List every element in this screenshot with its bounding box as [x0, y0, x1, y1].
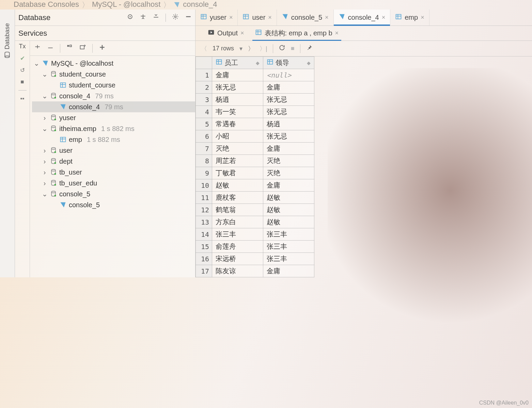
cell[interactable]: 赵敏	[263, 204, 314, 216]
cell[interactable]: 灭绝	[263, 167, 314, 179]
cell[interactable]: 方东白	[212, 216, 263, 228]
row-number-cell[interactable]: 3	[196, 94, 212, 106]
tree-root[interactable]: ⌄MySQL - @localhost	[32, 58, 195, 69]
open-new-tab-icon[interactable]	[79, 44, 86, 52]
cell[interactable]: 宋远桥	[212, 253, 263, 265]
cell[interactable]: 张无忌	[263, 106, 314, 118]
column-header[interactable]: 员工◆	[212, 57, 263, 69]
editor-tab[interactable]: yuser×	[195, 10, 238, 26]
row-number-cell[interactable]: 5	[196, 118, 212, 130]
table-row[interactable]: 7灭绝金庸	[196, 143, 314, 155]
stop-icon[interactable]: ■	[20, 79, 24, 85]
filter-icon[interactable]	[66, 44, 73, 52]
expand-all-icon[interactable]	[34, 44, 41, 52]
gear-icon[interactable]	[172, 13, 179, 22]
row-number-cell[interactable]: 9	[196, 167, 212, 179]
row-number-cell[interactable]: 11	[196, 192, 212, 204]
collapse-all-icon[interactable]	[47, 44, 54, 52]
cell[interactable]: 灭绝	[212, 143, 263, 155]
row-number-cell[interactable]: 10	[196, 179, 212, 192]
cell[interactable]: 杨逍	[263, 118, 314, 130]
cell[interactable]: 丁敏君	[212, 167, 263, 179]
row-number-cell[interactable]: 14	[196, 228, 212, 241]
cell[interactable]: 张无忌	[263, 94, 314, 106]
cell[interactable]: 金庸	[212, 69, 263, 81]
chevron-down-icon[interactable]: ▾	[239, 45, 242, 52]
table-row[interactable]: 8周芷若灭绝	[196, 155, 314, 167]
layout-icon[interactable]: ▪▪	[20, 95, 24, 102]
reload-icon[interactable]	[279, 44, 285, 53]
row-number-cell[interactable]: 4	[196, 106, 212, 118]
row-number-cell[interactable]: 15	[196, 241, 212, 253]
table-row[interactable]: 14张三丰张三丰	[196, 228, 314, 241]
table-row[interactable]: 3杨逍张无忌	[196, 94, 314, 106]
cell[interactable]: 小昭	[212, 130, 263, 143]
add-icon[interactable]	[99, 44, 106, 52]
cell[interactable]: <null>	[263, 69, 314, 81]
cell[interactable]: 韦一笑	[212, 106, 263, 118]
table-row[interactable]: 9丁敏君灭绝	[196, 167, 314, 179]
tree-leaf[interactable]: console_479 ms	[32, 101, 195, 112]
tree-node[interactable]: ›yuser	[32, 112, 195, 123]
cell[interactable]: 杨逍	[212, 94, 263, 106]
breadcrumb-item[interactable]: Database Consoles	[14, 0, 79, 9]
row-number-cell[interactable]: 13	[196, 216, 212, 228]
close-icon[interactable]: ×	[325, 14, 329, 21]
target-icon[interactable]	[127, 13, 134, 22]
collapse-all-icon[interactable]	[153, 13, 159, 22]
sort-icon[interactable]: ◆	[256, 60, 260, 66]
cell[interactable]: 周芷若	[212, 155, 263, 167]
tree-node[interactable]: ›tb_user_edu	[32, 178, 195, 189]
tree-node[interactable]: ›user	[32, 145, 195, 156]
tree-leaf[interactable]: emp1 s 882 ms	[32, 134, 195, 145]
breadcrumb-item[interactable]: console_4	[183, 0, 217, 9]
cell[interactable]: 俞莲舟	[212, 241, 263, 253]
commit-check-icon[interactable]: ✔	[20, 55, 25, 62]
table-row[interactable]: 2张无忌金庸	[196, 81, 314, 94]
tree-node[interactable]: ⌄console_479 ms	[32, 91, 195, 101]
close-icon[interactable]: ×	[268, 14, 272, 21]
row-number-cell[interactable]: 6	[196, 130, 212, 143]
tx-label[interactable]: Tx	[19, 43, 26, 50]
table-row[interactable]: 10赵敏金庸	[196, 179, 314, 192]
row-number-cell[interactable]: 17	[196, 265, 212, 277]
cell[interactable]: 金庸	[263, 143, 314, 155]
cell[interactable]: 金庸	[263, 81, 314, 94]
cell[interactable]: 金庸	[263, 179, 314, 192]
cell[interactable]: 张三丰	[212, 228, 263, 241]
cell[interactable]: 鹿杖客	[212, 192, 263, 204]
editor-tab[interactable]: console_4×	[334, 10, 391, 26]
tree-leaf[interactable]: console_5	[32, 199, 195, 210]
prev-page-icon[interactable]: 〈	[201, 45, 207, 53]
tree-node[interactable]: ⌄console_5	[32, 189, 195, 199]
close-icon[interactable]: ×	[240, 30, 244, 37]
editor-tab[interactable]: console_5×	[277, 10, 334, 26]
cell[interactable]: 张三丰	[263, 241, 314, 253]
cell[interactable]: 常遇春	[212, 118, 263, 130]
table-row[interactable]: 11鹿杖客赵敏	[196, 192, 314, 204]
close-icon[interactable]: ×	[421, 14, 424, 21]
row-number-cell[interactable]: 1	[196, 69, 212, 81]
editor-tab[interactable]: user×	[238, 10, 277, 26]
table-row[interactable]: 4韦一笑张无忌	[196, 106, 314, 118]
row-number-cell[interactable]: 8	[196, 155, 212, 167]
close-icon[interactable]: ×	[382, 14, 386, 21]
pin-icon[interactable]	[306, 44, 313, 53]
column-header[interactable]: 领导◆	[263, 57, 314, 69]
tree-leaf[interactable]: student_course	[32, 80, 195, 91]
table-row[interactable]: 15俞莲舟张三丰	[196, 241, 314, 253]
cell[interactable]: 张三丰	[263, 228, 314, 241]
tree-node[interactable]: ›dept	[32, 156, 195, 167]
row-number-cell[interactable]: 7	[196, 143, 212, 155]
close-icon[interactable]: ×	[229, 14, 233, 21]
table-row[interactable]: 13方东白赵敏	[196, 216, 314, 228]
cell[interactable]: 张三丰	[263, 253, 314, 265]
cell[interactable]: 赵敏	[263, 216, 314, 228]
breadcrumb-item[interactable]: MySQL - @localhost	[92, 0, 160, 9]
table-row[interactable]: 12鹤笔翁赵敏	[196, 204, 314, 216]
row-number-cell[interactable]: 2	[196, 81, 212, 94]
row-number-cell[interactable]: 12	[196, 204, 212, 216]
cell[interactable]: 赵敏	[263, 192, 314, 204]
cell[interactable]: 金庸	[263, 265, 314, 277]
row-count-label[interactable]: 17 rows	[213, 45, 234, 52]
